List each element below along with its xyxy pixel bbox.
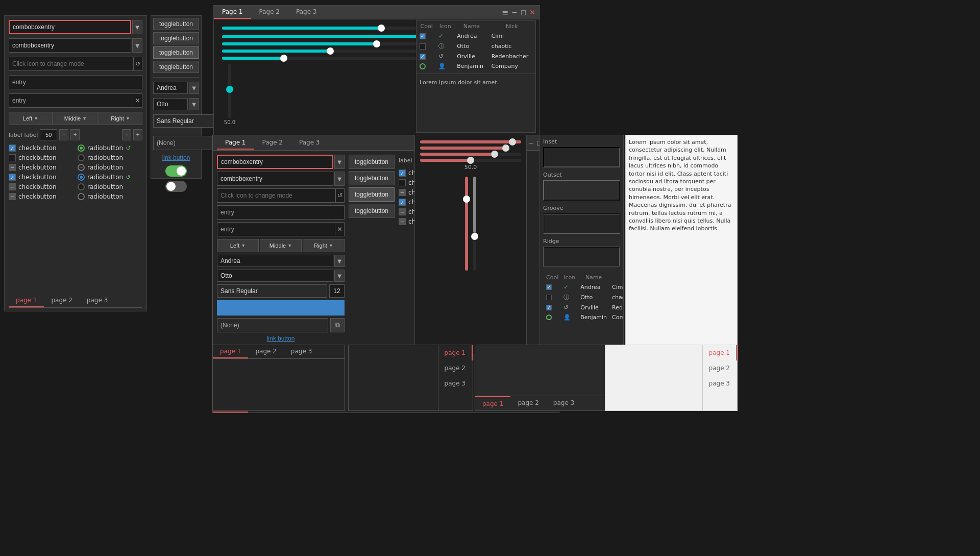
minimize-icon[interactable]: −	[511, 8, 518, 16]
ov-cb-5[interactable]	[399, 208, 406, 215]
overlay-seg-right[interactable]: Right ▼	[303, 239, 345, 252]
toggle-btn-2[interactable]: togglebutton	[153, 32, 199, 44]
ov-cb-2[interactable]	[399, 179, 406, 186]
checkbox-1[interactable]	[9, 144, 16, 152]
overlay-andrea-combo[interactable]	[217, 255, 333, 267]
slider-thumb-3[interactable]	[373, 40, 380, 47]
btabs1-1[interactable]: page 1	[213, 345, 248, 358]
entry-field-2[interactable]	[9, 93, 133, 108]
overlay-tab-2[interactable]: Page 2	[254, 136, 291, 150]
btabs3-2[interactable]: page 2	[510, 396, 546, 410]
overlay-andrea-arrow[interactable]: ▼	[334, 255, 345, 267]
overlay-font-size[interactable]	[329, 284, 345, 298]
ov-cb-1[interactable]	[399, 170, 406, 177]
overlay-color-btn[interactable]	[217, 300, 345, 316]
spin-plus[interactable]: +	[70, 129, 80, 140]
btabs4-3[interactable]: page 3	[703, 376, 737, 391]
combo-arrow-1[interactable]: ▼	[132, 20, 142, 34]
toggle-switch-on[interactable]	[165, 165, 187, 177]
overlay-copy-btn[interactable]: ⧉	[330, 318, 345, 332]
combo-andrea-arrow[interactable]: ▼	[189, 82, 199, 94]
overlay-tab-3[interactable]: Page 3	[291, 136, 328, 150]
overlay-combo-1[interactable]	[217, 155, 333, 169]
overlay-entry-1[interactable]	[217, 205, 345, 220]
pslider-thumb-4[interactable]	[467, 157, 474, 164]
seg-mid-btn[interactable]: Middle ▼	[54, 112, 97, 125]
slider-thumb-5[interactable]	[280, 55, 287, 62]
spin-minus-2[interactable]: −	[122, 129, 131, 140]
overlay-link-btn[interactable]: link button	[267, 335, 295, 342]
overlay-refresh-icon[interactable]: ↺	[335, 188, 345, 203]
radio-2[interactable]	[78, 154, 85, 161]
checkbox-2[interactable]	[9, 154, 16, 161]
ov-cb-4[interactable]	[399, 199, 406, 206]
overlay-combo-2-arrow[interactable]: ▼	[334, 172, 345, 186]
checkbox-4[interactable]	[9, 174, 16, 181]
combo-otto-input[interactable]	[153, 98, 188, 110]
overlay-toggle-4[interactable]: togglebutton	[349, 204, 395, 218]
overlay-none-field[interactable]	[217, 318, 328, 332]
toggle-btn-4[interactable]: togglebutton	[153, 61, 199, 73]
checkbox-3[interactable]	[9, 164, 16, 171]
overlay-combo-2[interactable]	[217, 172, 333, 186]
overlay-toggle-3[interactable]: togglebutton	[349, 187, 395, 202]
combobox-entry-1[interactable]: comboboxentry	[9, 20, 131, 34]
top-tab-2[interactable]: Page 2	[251, 6, 288, 19]
btabs2-3[interactable]: page 3	[438, 376, 473, 391]
radio-5[interactable]	[78, 183, 85, 190]
overlay-seg-left[interactable]: Left ▼	[217, 239, 259, 252]
pslider-thumb-2[interactable]	[502, 144, 509, 152]
overlay-toggle-2[interactable]: togglebutton	[349, 171, 395, 185]
vslider-2-thumb[interactable]	[471, 233, 478, 240]
overlay-tab-1[interactable]: Page 1	[217, 136, 254, 150]
top-tab-3[interactable]: Page 3	[288, 6, 325, 19]
slider-thumb-1[interactable]	[378, 25, 385, 32]
combo-andrea-input[interactable]	[153, 82, 188, 94]
btabs2-2[interactable]: page 2	[438, 360, 473, 376]
ov-cb-6[interactable]	[399, 218, 406, 225]
combobox-entry-2[interactable]: comboboxentry	[9, 38, 131, 53]
top-tab-1[interactable]: Page 1	[214, 6, 251, 19]
pslider-thumb-1[interactable]	[509, 138, 516, 146]
toggle-btn-1[interactable]: togglebutton	[153, 18, 199, 30]
spin-value[interactable]	[40, 129, 57, 140]
overlay-entry-2[interactable]	[217, 222, 335, 236]
page-tab-2[interactable]: page 2	[44, 294, 79, 307]
toggle-switch-off[interactable]	[165, 181, 187, 192]
spin-plus-2[interactable]: +	[133, 129, 142, 140]
overlay-entry-icon[interactable]	[217, 188, 335, 203]
overlay-seg-mid[interactable]: Middle ▼	[260, 239, 302, 252]
overlay-clear-icon[interactable]: ✕	[335, 222, 345, 236]
combo-arrow-2[interactable]: ▼	[132, 38, 142, 53]
entry-icon-field[interactable]	[9, 57, 133, 71]
radio-3[interactable]: −	[78, 164, 85, 171]
clear-icon[interactable]: ✕	[133, 93, 142, 108]
page-tab-3[interactable]: page 3	[80, 294, 115, 307]
radio-4[interactable]	[78, 174, 85, 181]
page-tab-1[interactable]: page 1	[9, 294, 44, 307]
overlay-combo-1-arrow[interactable]: ▼	[334, 155, 345, 169]
checkbox-5[interactable]	[9, 183, 16, 190]
overlay-minimize-icon[interactable]: −	[529, 139, 534, 147]
overlay-otto-combo[interactable]	[217, 270, 333, 282]
btabs1-3[interactable]: page 3	[284, 345, 319, 358]
btabs3-3[interactable]: page 3	[546, 396, 581, 410]
close-icon[interactable]: ✕	[529, 8, 535, 16]
spin-minus[interactable]: −	[59, 129, 68, 140]
refresh-icon-1[interactable]: ↺	[126, 144, 131, 152]
btabs4-1[interactable]: page 1	[703, 345, 737, 360]
btabs2-1[interactable]: page 1	[438, 345, 473, 360]
slider-thumb-4[interactable]	[327, 47, 334, 55]
refresh-icon[interactable]: ↺	[133, 57, 142, 71]
btabs4-2[interactable]: page 2	[703, 360, 737, 376]
menu-icon[interactable]: ≡	[502, 8, 508, 17]
combo-otto-arrow[interactable]: ▼	[189, 98, 199, 110]
overlay-otto-arrow[interactable]: ▼	[334, 270, 345, 282]
btabs1-2[interactable]: page 2	[248, 345, 283, 358]
vslider-thumb[interactable]	[226, 86, 233, 93]
pslider-thumb-3[interactable]	[491, 151, 498, 158]
overlay-toggle-1[interactable]: togglebutton	[349, 155, 395, 169]
radio-6[interactable]: −	[78, 193, 85, 200]
btabs3-1[interactable]: page 1	[475, 396, 510, 410]
seg-left-btn[interactable]: Left ▼	[9, 112, 53, 125]
